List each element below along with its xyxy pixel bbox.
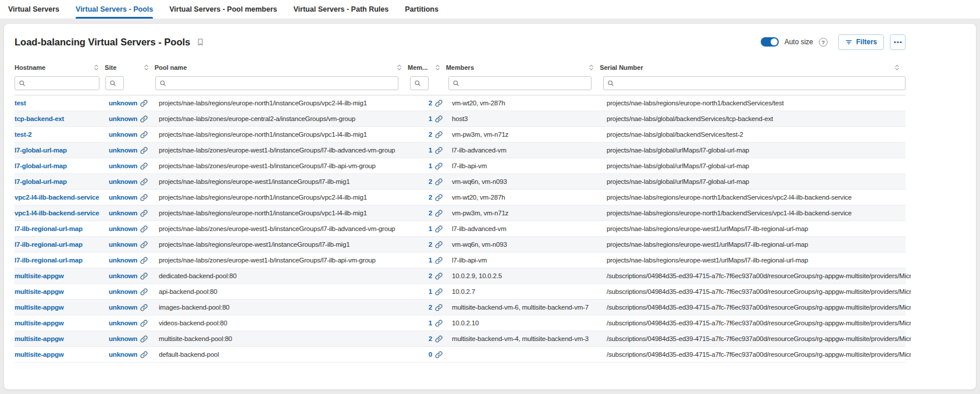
column-header-member-count[interactable]: Mem...: [408, 63, 446, 72]
sort-icon[interactable]: [435, 63, 440, 72]
member-count-link[interactable]: 2: [429, 178, 443, 186]
site-link[interactable]: unknown: [109, 351, 148, 358]
hostname-link[interactable]: l7-global-url-map: [15, 162, 67, 169]
sort-icon[interactable]: [144, 63, 149, 72]
serial-number-search[interactable]: [603, 76, 906, 90]
members-cell: l7-ilb-api-vm: [448, 162, 603, 169]
column-header-members[interactable]: Members: [446, 63, 600, 72]
member-count-link[interactable]: 2: [429, 241, 443, 249]
member-count-link[interactable]: 1: [429, 257, 443, 264]
site-search[interactable]: [105, 76, 124, 90]
hostname-link[interactable]: multisite-appgw: [15, 272, 64, 279]
help-icon[interactable]: ?: [819, 38, 828, 47]
site-link[interactable]: unknown: [109, 178, 148, 186]
column-header-site[interactable]: Site: [105, 63, 155, 72]
site-link[interactable]: unknown: [109, 241, 148, 249]
hostname-link[interactable]: test-2: [15, 131, 31, 138]
member-count-cell: 1: [410, 257, 448, 264]
site-link[interactable]: unknown: [109, 147, 148, 154]
member-count-link[interactable]: 1: [429, 320, 443, 327]
pool-name-search[interactable]: [155, 76, 398, 90]
hostname-search[interactable]: [15, 76, 99, 90]
site-link[interactable]: unknown: [109, 115, 148, 123]
serial-number-cell: projects/nae-labs/global/backendServices…: [603, 131, 911, 138]
hostname-link[interactable]: l7-global-url-map: [15, 178, 67, 185]
member-count-link[interactable]: 1: [429, 115, 443, 123]
member-count-link[interactable]: 2: [429, 194, 443, 201]
hostname-link[interactable]: multisite-appgw: [15, 288, 64, 295]
site-label: unknown: [109, 115, 137, 122]
site-search-input[interactable]: [119, 80, 120, 87]
sort-icon[interactable]: [895, 63, 900, 72]
link-icon: [140, 147, 148, 154]
member-count-value: 2: [429, 210, 432, 216]
column-header-pool-name[interactable]: Pool name: [155, 63, 408, 72]
hostname-link[interactable]: l7-global-url-map: [15, 147, 67, 154]
hostname-link[interactable]: tcp-backend-ext: [15, 115, 64, 122]
site-link[interactable]: unknown: [109, 320, 148, 327]
sort-icon[interactable]: [589, 63, 594, 72]
sort-icon[interactable]: [94, 63, 99, 72]
member-count-search-input[interactable]: [424, 80, 425, 87]
hostname-search-input[interactable]: [28, 80, 95, 87]
table-row: multisite-appgw unknown default-backend-…: [15, 347, 906, 363]
column-header-hostname[interactable]: Hostname: [15, 63, 105, 72]
members-search-input[interactable]: [462, 80, 587, 87]
hostname-link[interactable]: test: [15, 100, 26, 107]
site-link[interactable]: unknown: [109, 194, 148, 201]
site-link[interactable]: unknown: [109, 100, 148, 107]
member-count-search[interactable]: [410, 76, 429, 90]
member-count-link[interactable]: 2: [429, 210, 443, 217]
auto-size-toggle[interactable]: [761, 37, 779, 47]
hostname-link[interactable]: multisite-appgw: [15, 351, 64, 358]
site-link[interactable]: unknown: [109, 225, 148, 233]
hostname-link[interactable]: vpc1-l4-ilb-backend-service: [15, 210, 99, 216]
filters-button[interactable]: Filters: [838, 34, 884, 50]
member-count-link[interactable]: 2: [429, 304, 443, 311]
member-count-link[interactable]: 1: [429, 162, 443, 170]
member-count-link[interactable]: 1: [429, 288, 443, 296]
sort-icon[interactable]: [397, 63, 402, 72]
more-options-button[interactable]: ⋯: [890, 34, 906, 50]
pool-name-search-input[interactable]: [169, 80, 394, 87]
site-link[interactable]: unknown: [109, 272, 148, 280]
site-link[interactable]: unknown: [109, 257, 148, 264]
member-count-link[interactable]: 1: [429, 147, 443, 154]
column-header-serial-number[interactable]: Serial Number: [600, 63, 906, 72]
member-count-value: 2: [429, 100, 432, 107]
nav-tab[interactable]: Virtual Servers - Path Rules: [293, 0, 389, 19]
site-link[interactable]: unknown: [109, 131, 148, 139]
hostname-link[interactable]: multisite-appgw: [15, 304, 64, 311]
hostname-link[interactable]: l7-ilb-regional-url-map: [15, 257, 83, 264]
members-cell: l7-ilb-advanced-vm: [448, 225, 603, 232]
nav-tab[interactable]: Virtual Servers: [8, 0, 59, 19]
site-link[interactable]: unknown: [109, 210, 148, 217]
nav-tab[interactable]: Partitions: [405, 0, 439, 19]
site-link[interactable]: unknown: [109, 335, 148, 343]
member-count-link[interactable]: 2: [429, 335, 443, 343]
serial-number-search-input[interactable]: [617, 80, 901, 87]
bookmark-icon[interactable]: [196, 38, 205, 47]
site-link[interactable]: unknown: [109, 288, 148, 296]
site-link[interactable]: unknown: [109, 162, 148, 170]
hostname-link[interactable]: multisite-appgw: [15, 320, 64, 326]
hostname-cell: l7-ilb-regional-url-map: [15, 257, 105, 264]
member-count-link[interactable]: 2: [429, 272, 443, 280]
members-cell: 10.0.2.9, 10.0.2.5: [448, 272, 603, 279]
hostname-link[interactable]: l7-ilb-regional-url-map: [15, 241, 83, 248]
members-cell: vm-wt20, vm-287h: [448, 100, 603, 107]
members-search[interactable]: [448, 76, 591, 90]
hostname-link[interactable]: l7-ilb-regional-url-map: [15, 225, 83, 232]
hostname-cell: multisite-appgw: [15, 288, 105, 295]
hostname-link[interactable]: multisite-appgw: [15, 335, 64, 342]
pool-name-cell: projects/nae-labs/regions/europe-west1/i…: [155, 178, 410, 185]
member-count-link[interactable]: 2: [429, 100, 443, 107]
hostname-link[interactable]: vpc2-l4-ilb-backend-service: [15, 194, 99, 201]
nav-tab[interactable]: Virtual Servers - Pool members: [169, 0, 277, 19]
member-count-link[interactable]: 1: [429, 225, 443, 233]
member-count-link[interactable]: 0: [429, 351, 443, 358]
member-count-value: 1: [429, 257, 432, 264]
member-count-link[interactable]: 2: [429, 131, 443, 139]
nav-tab[interactable]: Virtual Servers - Pools: [76, 0, 153, 19]
site-link[interactable]: unknown: [109, 304, 148, 311]
